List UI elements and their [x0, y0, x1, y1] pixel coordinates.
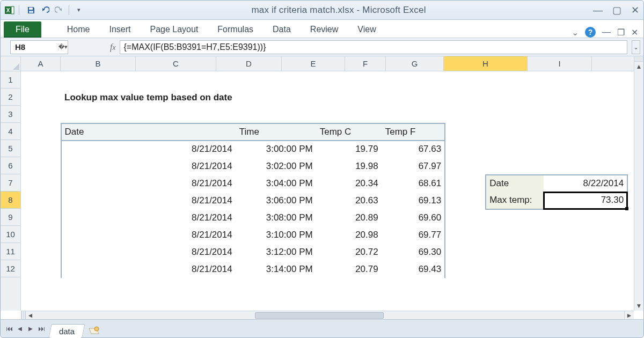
row-header-7[interactable]: 7: [1, 174, 20, 192]
cell-F1[interactable]: [445, 72, 486, 89]
tab-formulas[interactable]: Formulas: [208, 21, 263, 38]
cell-E6[interactable]: 67.97: [382, 158, 445, 175]
row-header-5[interactable]: 5: [1, 140, 20, 157]
scroll-up-icon[interactable]: ▲: [634, 62, 643, 71]
workbook-minimize-icon[interactable]: ―: [602, 27, 611, 37]
scroll-down-icon[interactable]: ▼: [634, 301, 643, 311]
column-header-E[interactable]: E: [282, 56, 345, 71]
tab-view[interactable]: View: [348, 21, 385, 38]
cell-C7[interactable]: 3:04:00 PM: [236, 175, 316, 192]
cell-A7[interactable]: [21, 175, 61, 192]
tab-review[interactable]: Review: [301, 21, 348, 38]
cell-B11[interactable]: 8/21/2014: [61, 244, 236, 261]
cell-I10[interactable]: [627, 226, 634, 244]
cell-I2[interactable]: [627, 89, 634, 106]
cell-H12[interactable]: [544, 261, 627, 278]
cell-H1[interactable]: [544, 72, 627, 89]
tab-page-layout[interactable]: Page Layout: [140, 21, 208, 38]
name-box-dropdown-icon[interactable]: �▾: [58, 43, 68, 50]
cell-E12[interactable]: 69.43: [382, 261, 445, 278]
expand-formula-bar-icon[interactable]: ⌄: [632, 40, 640, 54]
cell-C1[interactable]: [236, 72, 316, 89]
cell-C12[interactable]: 3:14:00 PM: [236, 261, 316, 278]
tab-data[interactable]: Data: [263, 21, 301, 38]
column-header-I[interactable]: I: [528, 56, 592, 71]
cell-G8[interactable]: Max temp:: [486, 192, 544, 209]
cell-A8[interactable]: [21, 192, 61, 209]
cell-A10[interactable]: [21, 226, 61, 244]
cell-H10[interactable]: [544, 226, 627, 244]
cell-B7[interactable]: 8/21/2014: [61, 175, 236, 192]
save-icon[interactable]: [26, 5, 36, 16]
cell-D8[interactable]: 20.63: [316, 192, 382, 209]
cell-G12[interactable]: [486, 261, 544, 278]
cell-I6[interactable]: [627, 158, 634, 175]
cell-F2[interactable]: [445, 89, 486, 106]
cell-F7[interactable]: [445, 175, 486, 192]
cell-D9[interactable]: 20.89: [316, 209, 382, 226]
workbook-restore-icon[interactable]: ❐: [617, 27, 625, 38]
cell-E2[interactable]: [382, 89, 445, 106]
cell-H7[interactable]: 8/22/2014: [544, 175, 627, 192]
cell-H11[interactable]: [544, 244, 627, 261]
cell-G4[interactable]: [486, 123, 544, 141]
row-header-1[interactable]: 1: [1, 71, 20, 89]
formula-input[interactable]: {=MAX(IF(B5:B9391=H7,E5:E9391))}: [120, 40, 627, 54]
redo-icon[interactable]: [54, 5, 64, 16]
maximize-icon[interactable]: ▢: [612, 5, 621, 15]
split-box-icon[interactable]: [634, 56, 643, 62]
row-header-2[interactable]: 2: [1, 89, 20, 106]
row-header-12[interactable]: 12: [1, 260, 20, 277]
cell-B6[interactable]: 8/21/2014: [61, 158, 236, 175]
cell-D2[interactable]: [316, 89, 382, 106]
close-icon[interactable]: ✕: [631, 5, 639, 15]
cell-H3[interactable]: [544, 106, 627, 123]
cell-A4[interactable]: [21, 123, 61, 141]
sheet-tab-data[interactable]: data: [48, 324, 85, 338]
cell-F4[interactable]: [445, 123, 486, 141]
cell-B2[interactable]: Lookup max value temp based on date: [61, 89, 236, 106]
cell-C9[interactable]: 3:08:00 PM: [236, 209, 316, 226]
cell-F9[interactable]: [445, 209, 486, 226]
column-header-F[interactable]: F: [345, 56, 386, 71]
cell-C6[interactable]: 3:02:00 PM: [236, 158, 316, 175]
cell-I9[interactable]: [627, 209, 634, 226]
column-header-G[interactable]: G: [386, 56, 444, 71]
cell-G2[interactable]: [486, 89, 544, 106]
hscroll-thumb[interactable]: [255, 312, 384, 319]
cell-G9[interactable]: [486, 209, 544, 226]
cell-C3[interactable]: [236, 106, 316, 123]
cell-E7[interactable]: 68.61: [382, 175, 445, 192]
cell-G7[interactable]: Date: [486, 175, 544, 192]
cell-B1[interactable]: [61, 72, 236, 89]
cell-D6[interactable]: 19.98: [316, 158, 382, 175]
cell-G10[interactable]: [486, 226, 544, 244]
cell-D10[interactable]: 20.98: [316, 226, 382, 244]
cell-B3[interactable]: [61, 106, 236, 123]
cell-B10[interactable]: 8/21/2014: [61, 226, 236, 244]
cell-G5[interactable]: [486, 141, 544, 158]
cell-I3[interactable]: [627, 106, 634, 123]
cell-C4[interactable]: Time: [236, 123, 316, 141]
column-header-A[interactable]: A: [21, 56, 61, 71]
cell-F3[interactable]: [445, 106, 486, 123]
cell-G11[interactable]: [486, 244, 544, 261]
cell-F11[interactable]: [445, 244, 486, 261]
tab-split-handle[interactable]: [21, 311, 25, 319]
new-sheet-icon[interactable]: [88, 326, 100, 336]
workbook-close-icon[interactable]: ✕: [631, 27, 638, 38]
cell-B9[interactable]: 8/21/2014: [61, 209, 236, 226]
tab-nav-last-icon[interactable]: ⏭: [36, 323, 47, 335]
cell-D12[interactable]: 20.79: [316, 261, 382, 278]
tab-home[interactable]: Home: [57, 21, 100, 38]
name-box[interactable]: H8 �▾: [10, 40, 68, 54]
cell-A2[interactable]: [21, 89, 61, 106]
tab-nav-prev-icon[interactable]: ◄: [14, 323, 25, 335]
fx-icon[interactable]: fx: [110, 42, 115, 52]
cell-C5[interactable]: 3:00:00 PM: [236, 141, 316, 158]
cell-F8[interactable]: [445, 192, 486, 209]
column-header-D[interactable]: D: [216, 56, 282, 71]
minimize-icon[interactable]: ―: [593, 5, 603, 15]
row-header-6[interactable]: 6: [1, 157, 20, 174]
select-all-corner[interactable]: [1, 56, 21, 71]
